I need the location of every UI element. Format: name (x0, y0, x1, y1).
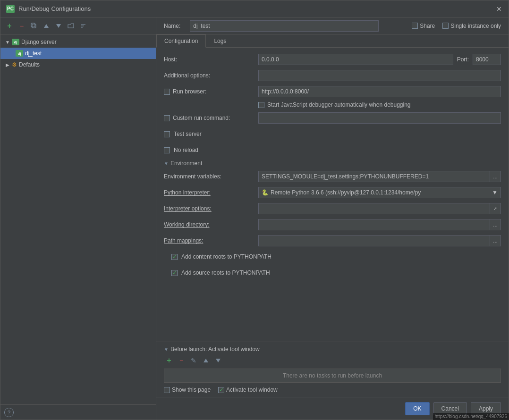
environment-section-header: ▼ Environment (164, 160, 501, 167)
js-debugger-label: Start JavaScript debugger automatically … (267, 101, 411, 108)
test-server-label: Test server (174, 131, 202, 137)
django-icon: dj (12, 39, 19, 45)
test-server-checkbox[interactable] (164, 131, 170, 137)
run-browser-cb-container: Run browser: (164, 88, 258, 95)
app-icon: PC (6, 5, 15, 13)
single-instance-checkbox[interactable] (442, 23, 449, 29)
path-mappings-label: Path mappings: (164, 237, 258, 244)
left-bottom: ? (0, 404, 156, 420)
custom-run-input[interactable] (258, 112, 501, 124)
launch-up-button[interactable] (201, 355, 211, 366)
working-directory-browse-button[interactable]: … (490, 219, 501, 230)
tab-logs[interactable]: Logs (206, 34, 234, 48)
interpreter-options-expand-button[interactable]: ⤢ (490, 203, 501, 214)
move-up-button[interactable] (41, 21, 51, 31)
port-label: Port: (457, 56, 469, 63)
config-area: Host: Port: Additional options: (156, 48, 509, 342)
interpreter-value: Remote Python 3.6.6 (ssh://pyvip@127.0.0… (269, 189, 492, 196)
close-button[interactable]: ✕ (495, 5, 503, 13)
main-content: + − ▼ (0, 17, 509, 420)
launch-down-button[interactable] (213, 355, 223, 366)
path-mappings-input[interactable] (258, 235, 490, 246)
additional-options-input[interactable] (258, 70, 501, 81)
left-toolbar: + − (0, 17, 156, 34)
defaults-toggle[interactable]: ▶ (4, 61, 11, 68)
env-section-label: Environment (170, 160, 202, 167)
python-interpreter-label: Python interpreter: (164, 189, 258, 196)
show-page-cb-container: Show this page (164, 386, 211, 393)
tabs: Configuration Logs (156, 34, 509, 48)
interpreter-options-row: Interpreter options: ⤢ (164, 202, 501, 215)
move-down-button[interactable] (53, 21, 64, 31)
add-source-roots-check-icon: ✓ (172, 269, 177, 276)
show-page-checkbox[interactable] (164, 387, 170, 393)
share-checkbox[interactable] (412, 23, 418, 29)
launch-add-button[interactable]: + (164, 355, 174, 366)
right-header: Name: Share Single instance only (156, 17, 509, 34)
env-variables-input[interactable] (258, 171, 490, 182)
add-content-roots-check-icon: ✓ (172, 253, 177, 260)
launch-remove-button[interactable]: − (176, 355, 187, 366)
env-variables-label: Environment variables: (164, 173, 258, 180)
path-mappings-input-group: … (258, 235, 501, 246)
working-directory-input[interactable] (258, 219, 490, 230)
svg-marker-2 (44, 24, 49, 28)
tree-item-dj-test[interactable]: dj dj_test (0, 48, 156, 59)
host-input-wrapper (258, 54, 453, 65)
tab-configuration[interactable]: Configuration (156, 34, 206, 48)
interpreter-options-input[interactable] (258, 203, 490, 214)
run-browser-checkbox[interactable] (164, 89, 170, 95)
name-input[interactable] (190, 20, 379, 32)
dialog-title: Run/Debug Configurations (18, 5, 495, 12)
custom-run-checkbox[interactable] (164, 115, 170, 121)
tree-item-defaults[interactable]: ▶ ⚙ Defaults (0, 59, 156, 70)
additional-options-row: Additional options: (164, 69, 501, 82)
help-button[interactable]: ? (4, 408, 14, 417)
activate-tool-label: Activate tool window (226, 386, 278, 393)
tree-defaults-label: Defaults (19, 61, 40, 68)
no-tasks-label: There are no tasks to run before launch (283, 372, 382, 379)
remove-config-button[interactable]: − (17, 21, 27, 31)
launch-edit-button[interactable]: ✎ (188, 355, 199, 366)
add-source-roots-label: Add source roots to PYTHONPATH (181, 269, 270, 276)
add-content-roots-checkbox[interactable]: ✓ (171, 254, 178, 260)
host-input[interactable] (258, 54, 453, 65)
additional-options-label: Additional options: (164, 72, 258, 79)
sort-button[interactable] (78, 21, 88, 31)
folder-button[interactable] (66, 21, 76, 31)
activate-tool-checkbox[interactable]: ✓ (218, 387, 224, 393)
no-reload-checkbox[interactable] (164, 147, 170, 153)
port-input[interactable] (473, 54, 501, 65)
add-content-roots-row: ✓ Add content roots to PYTHONPATH (171, 251, 501, 263)
run-browser-label: Run browser: (173, 88, 206, 95)
activate-tool-cb-container: ✓ Activate tool window (218, 386, 278, 393)
dj-test-icon: dj (16, 50, 23, 57)
tree-item-django-server[interactable]: ▼ dj Django server (0, 36, 156, 48)
launch-task-area: There are no tasks to run before launch (164, 369, 501, 383)
interpreter-options-input-group: ⤢ (258, 203, 501, 214)
copy-config-button[interactable] (29, 21, 39, 31)
no-reload-label: No reload (174, 147, 198, 153)
add-source-roots-checkbox[interactable]: ✓ (171, 270, 178, 276)
add-config-button[interactable]: + (4, 21, 15, 31)
single-instance-label: Single instance only (450, 23, 501, 29)
env-section-toggle[interactable]: ▼ (164, 161, 169, 166)
svg-marker-8 (216, 359, 221, 362)
launch-toolbar: + − ✎ (164, 355, 501, 366)
js-debugger-checkbox[interactable] (258, 102, 264, 108)
env-browse-button[interactable]: … (490, 171, 501, 182)
svg-marker-3 (56, 24, 61, 28)
env-variables-row: Environment variables: … (164, 170, 501, 183)
tree-toggle[interactable]: ▼ (4, 39, 11, 45)
run-browser-row: Run browser: (164, 85, 501, 98)
watermark: https://blog.csdn.net/qq_44907926 (433, 413, 509, 420)
python-interpreter-select[interactable]: 🐍 Remote Python 3.6.6 (ssh://pyvip@127.0… (258, 187, 501, 198)
before-launch-toggle[interactable]: ▼ (164, 347, 169, 352)
run-browser-input[interactable] (258, 86, 501, 97)
path-mappings-browse-button[interactable]: … (490, 235, 501, 246)
ok-button[interactable]: OK (405, 402, 429, 415)
share-checkbox-container: Share (412, 23, 435, 29)
name-label: Name: (164, 23, 180, 29)
interpreter-dropdown-icon: ▼ (492, 189, 498, 196)
host-row: Host: Port: (164, 53, 501, 66)
